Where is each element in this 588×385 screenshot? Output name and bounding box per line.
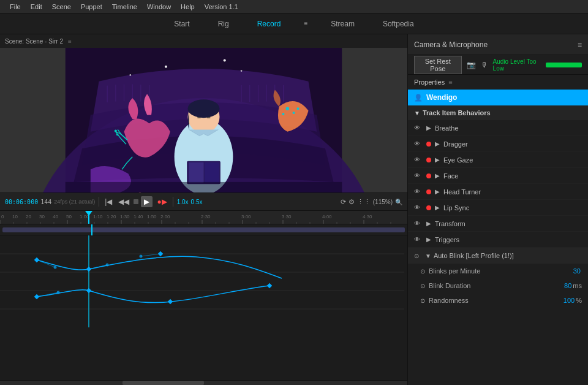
svg-point-20 (188, 99, 220, 118)
svg-point-95 (54, 266, 57, 269)
expand-arrow-eyegaze[interactable]: ▶ (435, 156, 440, 163)
svg-text:0: 0 (1, 214, 4, 219)
svg-line-98 (141, 254, 160, 256)
zoom-out-icon[interactable]: 🔍 (395, 199, 402, 205)
eye-icon-lipsync[interactable]: 👁 (414, 204, 423, 211)
set-rest-pose-button[interactable]: Set Rest Pose (414, 56, 462, 74)
expand-arrow-triggers[interactable]: ▶ (426, 236, 431, 243)
timeline-fps: 24fps (21 actual) (54, 199, 95, 205)
right-panel: Camera & Microphone ≡ Set Rest Pose 📷 🎙 … (407, 34, 588, 385)
play-button[interactable]: ▶ (141, 196, 153, 207)
record-button[interactable]: ●▶ (155, 196, 168, 207)
sync-icon[interactable]: ⟳ (341, 198, 346, 206)
svg-point-27 (116, 134, 118, 135)
keyframe-svg (0, 235, 404, 327)
eye-icon-headturner[interactable]: 👁 (414, 188, 423, 195)
svg-point-15 (224, 59, 226, 61)
scene-menu-icon[interactable]: ≡ (68, 38, 72, 45)
record-dot-face (426, 173, 431, 178)
expand-arrow-face[interactable]: ▶ (435, 172, 440, 179)
svg-text:4:30: 4:30 (363, 214, 372, 219)
expand-arrow-dragger[interactable]: ▶ (435, 140, 440, 147)
cam-mic-menu-icon[interactable]: ≡ (578, 40, 582, 49)
svg-rect-21 (197, 117, 200, 118)
svg-text:30: 30 (39, 214, 45, 219)
behavior-row-face: 👁 ▶ Face (408, 168, 588, 184)
record-dot-lipsync (426, 205, 431, 210)
h-scrollbar[interactable] (0, 380, 407, 385)
track-bar (2, 227, 405, 232)
behavior-name-eyegaze: Eye Gaze (443, 156, 582, 164)
cycle-icon-blinks: ⊙ (420, 268, 429, 275)
cycle-icon-duration: ⊙ (420, 283, 429, 289)
eye-icon-triggers[interactable]: 👁 (414, 236, 423, 243)
timeline-frame: 144 (40, 199, 51, 205)
behavior-name-face: Face (443, 172, 582, 180)
stop-button[interactable] (134, 199, 138, 204)
param-value-duration[interactable]: 80 (564, 282, 571, 289)
go-start-button[interactable]: |◀ (103, 196, 114, 207)
eye-icon-eyegaze[interactable]: 👁 (414, 156, 423, 163)
param-row-blinks: ⊙ Blinks per Minute 30 (408, 264, 588, 278)
svg-rect-24 (189, 162, 204, 183)
svg-text:4:00: 4:00 (322, 214, 332, 219)
param-name-duration: Blink Duration (429, 282, 564, 289)
nav-stream[interactable]: Stream (326, 17, 360, 31)
svg-point-16 (241, 70, 243, 72)
eye-icon-transform[interactable]: 👁 (414, 220, 423, 227)
menu-puppet[interactable]: Puppet (76, 0, 107, 13)
expand-arrow-headturner[interactable]: ▶ (435, 188, 440, 195)
svg-rect-101 (86, 288, 91, 293)
menu-help[interactable]: Help (176, 0, 200, 13)
left-panel: Scene: Scene - Sirr 2 ≡ (0, 34, 407, 385)
svg-point-28 (286, 107, 289, 110)
param-value-blinks[interactable]: 30 (573, 267, 581, 275)
menu-edit[interactable]: Edit (26, 0, 47, 13)
nav-rig[interactable]: Rig (213, 17, 234, 31)
behavior-row-lipsync: 👁 ▶ Lip Sync (408, 200, 588, 216)
nav-record[interactable]: Record (252, 17, 286, 31)
mic-icon[interactable]: 🎙 (481, 61, 488, 69)
behavior-name-lipsync: Lip Sync (443, 204, 582, 212)
eye-icon-autoblink[interactable]: ⊙ (414, 253, 423, 259)
svg-text:2:00: 2:00 (160, 214, 170, 219)
camera-icon[interactable]: 📷 (467, 61, 476, 69)
svg-text:2:30: 2:30 (201, 214, 211, 219)
speed-1x[interactable]: 1.0x (177, 199, 189, 205)
svg-point-99 (140, 255, 143, 258)
eye-icon-dragger[interactable]: 👁 (414, 140, 423, 147)
expand-arrow-lipsync[interactable]: ▶ (435, 204, 440, 211)
menu-window[interactable]: Window (142, 0, 176, 13)
h-scroll-thumb[interactable] (123, 381, 204, 385)
separator-2 (173, 197, 173, 207)
puppet-row[interactable]: 👤 Wendigo (408, 90, 588, 105)
nav-softpedia[interactable]: Softpedia (378, 17, 419, 31)
puppet-icon: 👤 (414, 94, 423, 102)
param-value-randomness[interactable]: 100 (564, 297, 575, 304)
svg-text:3:30: 3:30 (282, 214, 292, 219)
menu-timeline[interactable]: Timeline (107, 0, 142, 13)
record-dot-dragger (426, 142, 431, 147)
eye-icon-breathe[interactable]: 👁 (414, 124, 423, 131)
timeline-more[interactable]: ⋮⋮ (357, 198, 371, 206)
svg-rect-102 (168, 299, 173, 304)
param-row-duration: ⊙ Blink Duration 80 ms (408, 278, 588, 293)
speed-half[interactable]: 0.5x (191, 199, 203, 205)
step-back-button[interactable]: ◀◀ (116, 196, 131, 207)
menu-file[interactable]: File (5, 0, 26, 13)
autoblink-title: Auto Blink [Left Profile (1!)] (434, 252, 514, 259)
expand-arrow-autoblink[interactable]: ▼ (425, 253, 431, 259)
track-items-collapse-arrow[interactable]: ▼ (414, 110, 420, 116)
expand-arrow-transform[interactable]: ▶ (426, 220, 431, 227)
nav-start[interactable]: Start (169, 17, 194, 31)
svg-rect-35 (66, 182, 342, 192)
settings-icon[interactable]: ⚙ (349, 198, 355, 206)
expand-arrow-breathe[interactable]: ▶ (426, 124, 431, 131)
eye-icon-face[interactable]: 👁 (414, 172, 423, 179)
svg-point-105 (57, 291, 60, 294)
menu-scene[interactable]: Scene (47, 0, 76, 13)
menu-version: Version 1.1 (200, 0, 243, 13)
separator-1 (99, 197, 99, 207)
behavior-row-eyegaze: 👁 ▶ Eye Gaze (408, 152, 588, 168)
properties-menu-icon[interactable]: ≡ (448, 78, 452, 86)
